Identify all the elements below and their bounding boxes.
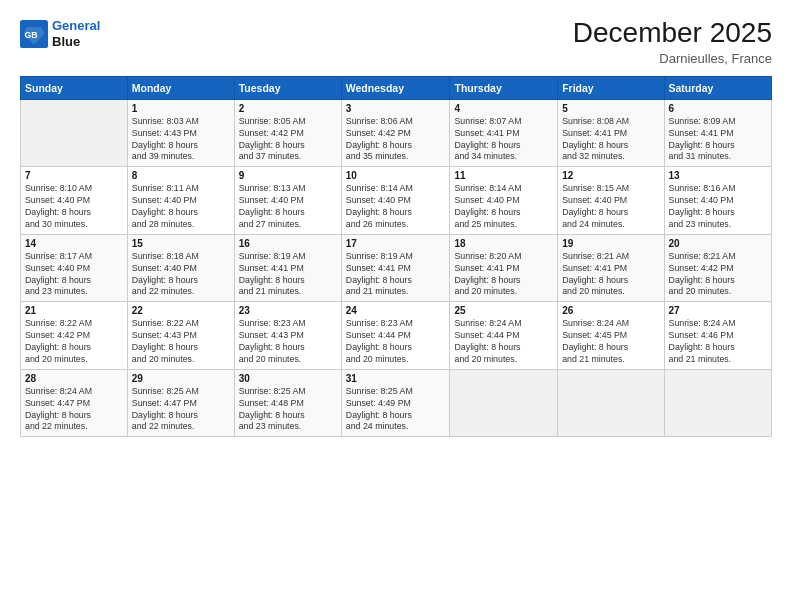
calendar-header: Sunday Monday Tuesday Wednesday Thursday… (21, 76, 772, 99)
day-number: 23 (239, 305, 337, 316)
calendar-day: 1Sunrise: 8:03 AM Sunset: 4:43 PM Daylig… (127, 99, 234, 167)
day-number: 20 (669, 238, 767, 249)
day-info: Sunrise: 8:13 AM Sunset: 4:40 PM Dayligh… (239, 183, 337, 231)
day-info: Sunrise: 8:22 AM Sunset: 4:42 PM Dayligh… (25, 318, 123, 366)
calendar-day: 29Sunrise: 8:25 AM Sunset: 4:47 PM Dayli… (127, 369, 234, 437)
day-info: Sunrise: 8:18 AM Sunset: 4:40 PM Dayligh… (132, 251, 230, 299)
calendar-day: 23Sunrise: 8:23 AM Sunset: 4:43 PM Dayli… (234, 302, 341, 370)
calendar-day: 9Sunrise: 8:13 AM Sunset: 4:40 PM Daylig… (234, 167, 341, 235)
day-number: 28 (25, 373, 123, 384)
day-number: 8 (132, 170, 230, 181)
day-info: Sunrise: 8:14 AM Sunset: 4:40 PM Dayligh… (454, 183, 553, 231)
header: GB General Blue December 2025 Darnieulle… (20, 18, 772, 66)
day-number: 13 (669, 170, 767, 181)
calendar-day: 20Sunrise: 8:21 AM Sunset: 4:42 PM Dayli… (664, 234, 771, 302)
calendar-day: 17Sunrise: 8:19 AM Sunset: 4:41 PM Dayli… (341, 234, 450, 302)
calendar-day: 14Sunrise: 8:17 AM Sunset: 4:40 PM Dayli… (21, 234, 128, 302)
header-tuesday: Tuesday (234, 76, 341, 99)
calendar-day: 10Sunrise: 8:14 AM Sunset: 4:40 PM Dayli… (341, 167, 450, 235)
day-number: 17 (346, 238, 446, 249)
calendar-week-3: 21Sunrise: 8:22 AM Sunset: 4:42 PM Dayli… (21, 302, 772, 370)
day-number: 31 (346, 373, 446, 384)
subtitle: Darnieulles, France (573, 51, 772, 66)
day-number: 3 (346, 103, 446, 114)
day-number: 11 (454, 170, 553, 181)
day-info: Sunrise: 8:22 AM Sunset: 4:43 PM Dayligh… (132, 318, 230, 366)
calendar-week-1: 7Sunrise: 8:10 AM Sunset: 4:40 PM Daylig… (21, 167, 772, 235)
day-info: Sunrise: 8:14 AM Sunset: 4:40 PM Dayligh… (346, 183, 446, 231)
day-info: Sunrise: 8:24 AM Sunset: 4:46 PM Dayligh… (669, 318, 767, 366)
day-number: 7 (25, 170, 123, 181)
day-number: 9 (239, 170, 337, 181)
calendar-day: 11Sunrise: 8:14 AM Sunset: 4:40 PM Dayli… (450, 167, 558, 235)
calendar-day: 22Sunrise: 8:22 AM Sunset: 4:43 PM Dayli… (127, 302, 234, 370)
calendar-day (21, 99, 128, 167)
day-number: 24 (346, 305, 446, 316)
calendar-table: Sunday Monday Tuesday Wednesday Thursday… (20, 76, 772, 438)
header-saturday: Saturday (664, 76, 771, 99)
day-info: Sunrise: 8:21 AM Sunset: 4:41 PM Dayligh… (562, 251, 659, 299)
calendar-day: 21Sunrise: 8:22 AM Sunset: 4:42 PM Dayli… (21, 302, 128, 370)
calendar-week-2: 14Sunrise: 8:17 AM Sunset: 4:40 PM Dayli… (21, 234, 772, 302)
calendar-day: 24Sunrise: 8:23 AM Sunset: 4:44 PM Dayli… (341, 302, 450, 370)
calendar-week-4: 28Sunrise: 8:24 AM Sunset: 4:47 PM Dayli… (21, 369, 772, 437)
calendar-day: 8Sunrise: 8:11 AM Sunset: 4:40 PM Daylig… (127, 167, 234, 235)
month-title: December 2025 (573, 18, 772, 49)
header-monday: Monday (127, 76, 234, 99)
day-info: Sunrise: 8:20 AM Sunset: 4:41 PM Dayligh… (454, 251, 553, 299)
day-number: 1 (132, 103, 230, 114)
day-info: Sunrise: 8:24 AM Sunset: 4:44 PM Dayligh… (454, 318, 553, 366)
calendar-day: 19Sunrise: 8:21 AM Sunset: 4:41 PM Dayli… (558, 234, 664, 302)
day-info: Sunrise: 8:05 AM Sunset: 4:42 PM Dayligh… (239, 116, 337, 164)
day-info: Sunrise: 8:19 AM Sunset: 4:41 PM Dayligh… (346, 251, 446, 299)
calendar-day: 28Sunrise: 8:24 AM Sunset: 4:47 PM Dayli… (21, 369, 128, 437)
page: GB General Blue December 2025 Darnieulle… (0, 0, 792, 612)
header-sunday: Sunday (21, 76, 128, 99)
calendar-day (558, 369, 664, 437)
calendar-day: 25Sunrise: 8:24 AM Sunset: 4:44 PM Dayli… (450, 302, 558, 370)
day-info: Sunrise: 8:06 AM Sunset: 4:42 PM Dayligh… (346, 116, 446, 164)
day-number: 4 (454, 103, 553, 114)
day-number: 25 (454, 305, 553, 316)
day-info: Sunrise: 8:09 AM Sunset: 4:41 PM Dayligh… (669, 116, 767, 164)
day-number: 6 (669, 103, 767, 114)
day-number: 27 (669, 305, 767, 316)
day-info: Sunrise: 8:15 AM Sunset: 4:40 PM Dayligh… (562, 183, 659, 231)
day-info: Sunrise: 8:03 AM Sunset: 4:43 PM Dayligh… (132, 116, 230, 164)
calendar-day: 27Sunrise: 8:24 AM Sunset: 4:46 PM Dayli… (664, 302, 771, 370)
day-number: 18 (454, 238, 553, 249)
calendar-day: 15Sunrise: 8:18 AM Sunset: 4:40 PM Dayli… (127, 234, 234, 302)
calendar-day: 16Sunrise: 8:19 AM Sunset: 4:41 PM Dayli… (234, 234, 341, 302)
calendar-day: 31Sunrise: 8:25 AM Sunset: 4:49 PM Dayli… (341, 369, 450, 437)
calendar-body: 1Sunrise: 8:03 AM Sunset: 4:43 PM Daylig… (21, 99, 772, 437)
day-info: Sunrise: 8:23 AM Sunset: 4:44 PM Dayligh… (346, 318, 446, 366)
calendar-day (450, 369, 558, 437)
day-number: 22 (132, 305, 230, 316)
day-info: Sunrise: 8:11 AM Sunset: 4:40 PM Dayligh… (132, 183, 230, 231)
day-info: Sunrise: 8:25 AM Sunset: 4:48 PM Dayligh… (239, 386, 337, 434)
calendar-day: 7Sunrise: 8:10 AM Sunset: 4:40 PM Daylig… (21, 167, 128, 235)
day-number: 10 (346, 170, 446, 181)
day-number: 26 (562, 305, 659, 316)
header-friday: Friday (558, 76, 664, 99)
day-number: 21 (25, 305, 123, 316)
calendar-day: 30Sunrise: 8:25 AM Sunset: 4:48 PM Dayli… (234, 369, 341, 437)
day-info: Sunrise: 8:24 AM Sunset: 4:47 PM Dayligh… (25, 386, 123, 434)
day-info: Sunrise: 8:25 AM Sunset: 4:49 PM Dayligh… (346, 386, 446, 434)
calendar-day: 13Sunrise: 8:16 AM Sunset: 4:40 PM Dayli… (664, 167, 771, 235)
day-number: 12 (562, 170, 659, 181)
calendar-day: 26Sunrise: 8:24 AM Sunset: 4:45 PM Dayli… (558, 302, 664, 370)
header-thursday: Thursday (450, 76, 558, 99)
day-number: 16 (239, 238, 337, 249)
day-info: Sunrise: 8:19 AM Sunset: 4:41 PM Dayligh… (239, 251, 337, 299)
day-info: Sunrise: 8:10 AM Sunset: 4:40 PM Dayligh… (25, 183, 123, 231)
day-info: Sunrise: 8:25 AM Sunset: 4:47 PM Dayligh… (132, 386, 230, 434)
header-row: Sunday Monday Tuesday Wednesday Thursday… (21, 76, 772, 99)
day-info: Sunrise: 8:24 AM Sunset: 4:45 PM Dayligh… (562, 318, 659, 366)
day-number: 19 (562, 238, 659, 249)
calendar-day: 18Sunrise: 8:20 AM Sunset: 4:41 PM Dayli… (450, 234, 558, 302)
day-number: 2 (239, 103, 337, 114)
day-info: Sunrise: 8:23 AM Sunset: 4:43 PM Dayligh… (239, 318, 337, 366)
day-number: 5 (562, 103, 659, 114)
calendar-day: 12Sunrise: 8:15 AM Sunset: 4:40 PM Dayli… (558, 167, 664, 235)
